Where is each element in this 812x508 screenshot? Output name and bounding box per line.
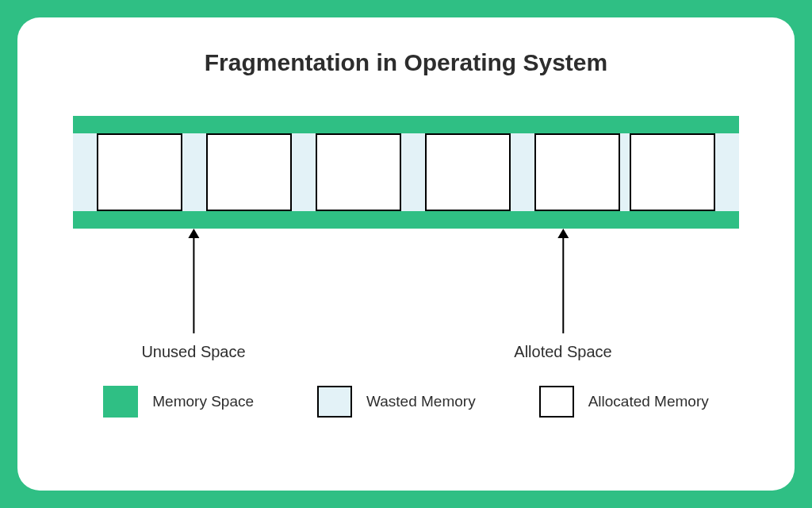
legend-item-memory-space: Memory Space <box>103 386 254 418</box>
memory-space-bottom <box>73 211 739 229</box>
swatch-allocated-memory <box>539 386 574 418</box>
swatch-memory-space <box>103 386 138 418</box>
wasted-segment <box>620 133 630 211</box>
memory-row <box>73 133 739 211</box>
allocated-block <box>534 133 620 211</box>
swatch-wasted-memory <box>317 386 352 418</box>
legend-label: Wasted Memory <box>366 393 476 410</box>
arrow-label: Unused Space <box>141 343 245 361</box>
legend-label: Allocated Memory <box>588 393 709 410</box>
pointer-arrow: Unused Space <box>141 229 245 361</box>
arrow-label: Alloted Space <box>514 343 611 361</box>
memory-space-top <box>73 116 739 133</box>
arrowhead-icon <box>188 229 199 238</box>
allocated-block <box>206 133 292 211</box>
arrowhead-icon <box>557 229 569 238</box>
arrow-line <box>562 238 564 333</box>
legend-item-allocated-memory: Allocated Memory <box>539 386 709 418</box>
wasted-segment <box>511 133 534 211</box>
wasted-segment <box>73 133 97 211</box>
arrow-container: Unused SpaceAlloted Space <box>73 229 739 371</box>
pointer-arrow: Alloted Space <box>514 229 611 361</box>
arrow-line <box>193 238 194 333</box>
legend-item-wasted-memory: Wasted Memory <box>317 386 476 418</box>
allocated-block <box>630 133 715 211</box>
legend: Memory Space Wasted Memory Allocated Mem… <box>57 386 755 418</box>
wasted-segment <box>401 133 425 211</box>
allocated-block <box>425 133 511 211</box>
allocated-block <box>97 133 182 211</box>
legend-label: Memory Space <box>152 393 254 410</box>
allocated-block <box>316 133 401 211</box>
page-title: Fragmentation in Operating System <box>57 49 755 76</box>
diagram-card: Fragmentation in Operating System Unused… <box>17 17 795 491</box>
memory-bar <box>73 116 739 229</box>
wasted-segment <box>182 133 206 211</box>
wasted-segment <box>715 133 739 211</box>
wasted-segment <box>292 133 316 211</box>
